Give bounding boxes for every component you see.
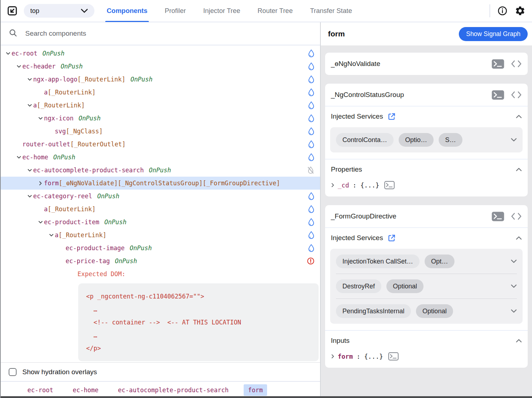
chevron-down-icon[interactable] — [37, 117, 44, 120]
tree-node-form[interactable]: form[_ɵNgNoValidate][_NgControlStatusGro… — [1, 177, 320, 190]
directive-card-ngcontrolstatusgroup: _NgControlStatusGroupInjected ServicesCo… — [325, 84, 528, 196]
service-pill[interactable]: Optional — [416, 304, 453, 318]
hydration-drop-icon[interactable] — [308, 153, 314, 161]
chevron-down-icon[interactable] — [48, 234, 55, 236]
service-pill[interactable]: DestroyRef — [336, 279, 381, 293]
hydration-drop-icon[interactable] — [308, 88, 314, 96]
frame-selector-dropdown[interactable]: top — [24, 4, 94, 18]
tree-node-ec-product-item[interactable]: ec-product-itemOnPush — [1, 216, 320, 229]
tab-components[interactable]: Components — [106, 0, 148, 22]
terminal-icon[interactable] — [384, 181, 395, 189]
hydration-drop-icon[interactable] — [308, 192, 314, 200]
expand-service-icon[interactable] — [511, 138, 517, 142]
chevron-right-icon[interactable] — [37, 181, 44, 185]
tree-node-ec-autocomplete-product-search[interactable]: ec-autocomplete-product-searchOnPush — [1, 164, 320, 177]
tree-node-ec-price-tag[interactable]: ec-price-tagOnPush — [1, 255, 320, 267]
tree-node-ngx-icon[interactable]: ngx-iconOnPush — [1, 112, 320, 125]
element-tag: ec-autocomplete-product-search — [33, 167, 144, 174]
code-icon[interactable] — [511, 59, 522, 68]
expand-service-icon[interactable] — [511, 309, 517, 313]
tab-transfer-state[interactable]: Transfer State — [309, 0, 353, 22]
tree-node-ngx-app-logo[interactable]: ngx-app-logo[_RouterLink]OnPush — [1, 73, 320, 86]
terminal-icon[interactable] — [388, 352, 399, 361]
collapse-section-icon[interactable] — [516, 236, 522, 240]
terminal-icon[interactable] — [492, 59, 504, 69]
service-pill[interactable]: InjectionToken CallSet… — [336, 255, 420, 268]
expand-service-icon[interactable] — [511, 260, 517, 263]
tree-node-ec-product-image[interactable]: ec-product-imageOnPush — [1, 242, 320, 255]
service-pill[interactable]: Optional — [386, 279, 424, 293]
directive-name: [_RouterLink] — [37, 102, 85, 109]
property-row-_cd[interactable]: _cd: {...} — [325, 180, 528, 196]
hydration-drop-icon[interactable] — [308, 62, 314, 70]
chevron-down-icon[interactable] — [26, 169, 33, 172]
show-hydration-overlays-checkbox[interactable] — [9, 368, 17, 376]
hydration-drop-icon[interactable] — [308, 114, 314, 122]
hydration-drop-icon[interactable] — [308, 244, 314, 252]
directive-card-header: _FormGroupDirective — [325, 205, 528, 227]
section-label: Injected Services — [331, 234, 396, 242]
hydration-drop-icon[interactable] — [308, 49, 314, 57]
breadcrumb-item-ec-root[interactable]: ec-root — [23, 384, 58, 396]
chevron-right-icon[interactable] — [332, 183, 334, 187]
tree-node-ec-home[interactable]: ec-homeOnPush — [1, 151, 320, 164]
code-icon[interactable] — [511, 212, 522, 221]
tree-node-svg[interactable]: svg[_NgClass] — [1, 125, 320, 138]
element-tag: ec-product-image — [66, 244, 125, 252]
tree-node-a[interactable]: a[_RouterLink] — [1, 99, 320, 112]
tree-node-ec-header[interactable]: ec-headerOnPush — [1, 60, 320, 73]
service-pill[interactable]: Opt… — [425, 255, 455, 268]
tree-node-a[interactable]: a[_RouterLink] — [1, 86, 320, 99]
onpush-badge: OnPush — [61, 63, 83, 70]
collapse-section-icon[interactable] — [516, 168, 522, 171]
hydration-drop-icon[interactable] — [308, 140, 314, 148]
hydration-drop-icon[interactable] — [308, 231, 314, 239]
chevron-right-icon[interactable] — [332, 354, 334, 358]
hydration-drop-off-icon[interactable] — [307, 166, 314, 174]
search-components-input[interactable] — [25, 30, 312, 37]
breadcrumb-item-ec-home[interactable]: ec-home — [68, 384, 103, 396]
external-link-icon[interactable] — [387, 112, 396, 121]
terminal-icon[interactable] — [492, 212, 504, 221]
code-icon[interactable] — [511, 90, 522, 99]
info-icon[interactable] — [497, 6, 507, 16]
chevron-down-icon[interactable] — [26, 195, 33, 198]
chevron-down-icon[interactable] — [4, 52, 12, 55]
service-pill[interactable]: Optio… — [399, 133, 434, 147]
hydration-drop-icon[interactable] — [308, 218, 314, 226]
inspect-element-icon[interactable] — [5, 4, 19, 18]
onpush-badge: OnPush — [53, 154, 75, 161]
chevron-down-icon[interactable] — [15, 65, 22, 68]
tree-node-a[interactable]: a[_RouterLink] — [1, 203, 320, 216]
hydration-error-icon[interactable] — [307, 257, 314, 265]
tree-node-router-outlet[interactable]: router-outlet[_RouterOutlet] — [1, 138, 320, 151]
expand-service-icon[interactable] — [511, 284, 517, 288]
show-signal-graph-button[interactable]: Show Signal Graph — [459, 27, 528, 41]
collapse-section-icon[interactable] — [516, 339, 522, 342]
settings-gear-icon[interactable] — [515, 5, 526, 16]
chevron-down-icon[interactable] — [26, 104, 33, 107]
chevron-down-icon[interactable] — [37, 221, 44, 224]
tree-node-a[interactable]: a[_RouterLink] — [1, 229, 320, 242]
hydration-drop-icon[interactable] — [308, 205, 314, 213]
external-link-icon[interactable] — [387, 234, 396, 242]
service-pill[interactable]: S… — [439, 133, 462, 147]
property-row-form[interactable]: form: {...} — [325, 351, 528, 368]
service-pill[interactable]: ControlConta… — [336, 133, 394, 147]
chevron-down-icon[interactable] — [15, 156, 22, 159]
collapse-section-icon[interactable] — [516, 115, 522, 118]
tab-injector-tree[interactable]: Injector Tree — [203, 0, 241, 22]
breadcrumb-item-ec-autocomplete-product-search[interactable]: ec-autocomplete-product-search — [114, 384, 233, 396]
hydration-drop-icon[interactable] — [308, 127, 314, 135]
chevron-down-icon[interactable] — [26, 78, 33, 81]
tab-router-tree[interactable]: Router Tree — [257, 0, 294, 22]
hydration-drop-icon[interactable] — [308, 101, 314, 109]
tree-node-ec-category-reel[interactable]: ec-category-reelOnPush — [1, 190, 320, 203]
hydration-drop-icon[interactable] — [308, 75, 314, 83]
directive-name: [_RouterLink] — [77, 76, 125, 83]
tree-node-ec-root[interactable]: ec-rootOnPush — [1, 47, 320, 60]
tab-profiler[interactable]: Profiler — [164, 0, 187, 22]
breadcrumb-item-form[interactable]: form — [244, 384, 267, 396]
service-pill[interactable]: PendingTasksInternal — [336, 304, 411, 318]
terminal-icon[interactable] — [492, 90, 504, 100]
